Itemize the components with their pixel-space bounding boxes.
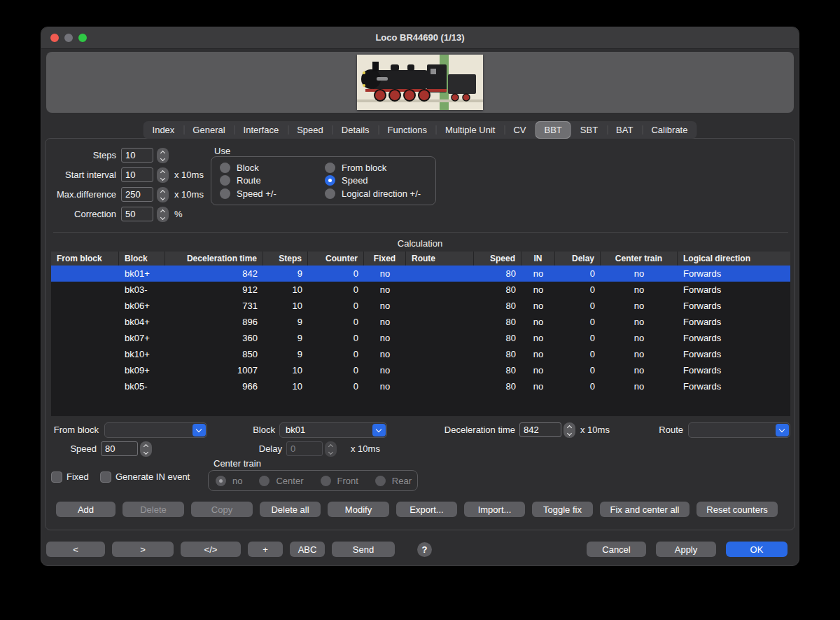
table-row[interactable]: bk05-966100no80no0noForwards	[51, 378, 790, 394]
add-loco-button[interactable]: +	[248, 542, 283, 557]
use-option-from-block[interactable]: From block	[325, 161, 430, 174]
use-option-speed[interactable]: Speed +/-	[220, 187, 325, 200]
cell: no	[522, 362, 555, 378]
delay-field[interactable]: 0	[286, 441, 323, 456]
radio-label: Logical direction +/-	[342, 188, 421, 199]
apply-button[interactable]: Apply	[656, 542, 716, 557]
cell: no	[601, 314, 678, 330]
chevron-down-icon[interactable]	[192, 424, 206, 436]
chevron-down-icon[interactable]	[372, 424, 386, 436]
cell: 80	[474, 298, 522, 314]
delete-button[interactable]: Delete	[122, 502, 184, 517]
tab-index[interactable]: Index	[144, 121, 184, 139]
tab-bat[interactable]: BAT	[607, 121, 642, 139]
column-header-from-block[interactable]: From block	[51, 252, 119, 266]
max-difference-stepper[interactable]	[157, 187, 169, 202]
fix-and-center-all-button[interactable]: Fix and center all	[600, 502, 690, 517]
next-loco-button[interactable]: >	[112, 542, 174, 557]
tab-interface[interactable]: Interface	[234, 121, 288, 139]
max-difference-field[interactable]: 250	[121, 187, 153, 202]
cell: Forwards	[678, 378, 790, 394]
block-dropdown[interactable]: bk01	[279, 422, 387, 438]
help-button[interactable]: ?	[417, 542, 432, 557]
correction-field[interactable]: 50	[121, 207, 153, 221]
speed-field[interactable]: 80	[101, 441, 138, 456]
tab-speed[interactable]: Speed	[288, 121, 332, 139]
tab-cv[interactable]: CV	[504, 121, 535, 139]
cancel-button[interactable]: Cancel	[587, 542, 646, 557]
tab-calibrate[interactable]: Calibrate	[642, 121, 696, 139]
toggle-fix-button[interactable]: Toggle fix	[532, 502, 593, 517]
table-row[interactable]: bk06+731100no80no0noForwards	[51, 298, 790, 314]
use-option-route[interactable]: Route	[220, 174, 325, 188]
cell	[51, 314, 119, 330]
column-header-steps[interactable]: Steps	[263, 252, 308, 266]
table-row[interactable]: bk07+36090no80no0noForwards	[51, 330, 790, 346]
correction-stepper[interactable]	[157, 207, 169, 222]
tab-multiple-unit[interactable]: Multiple Unit	[436, 121, 505, 139]
center-train-group-label: Center train	[214, 459, 261, 469]
abc-button[interactable]: ABC	[290, 542, 325, 557]
table-row[interactable]: bk01+84290no80no0noForwards	[51, 266, 790, 282]
cell: bk03-	[119, 282, 165, 298]
table-row[interactable]: bk10+85090no80no0noForwards	[51, 346, 790, 362]
cell: 0	[555, 314, 601, 330]
max-difference-label: Max.difference	[46, 187, 116, 202]
generate-in-event-checkbox[interactable]	[100, 471, 111, 483]
speed-label: Speed	[51, 441, 97, 457]
copy-button[interactable]: Copy	[191, 502, 253, 517]
column-header-center-train[interactable]: Center train	[601, 252, 678, 266]
tab-general[interactable]: General	[183, 121, 234, 139]
column-header-delay[interactable]: Delay	[555, 252, 601, 266]
steps-stepper[interactable]	[157, 148, 169, 163]
use-option-block[interactable]: Block	[220, 161, 325, 174]
radio-label: Rear	[392, 476, 412, 486]
fixed-checkbox[interactable]	[51, 471, 62, 483]
import-button[interactable]: Import...	[464, 502, 525, 517]
cell: Forwards	[678, 346, 790, 362]
prev-loco-button[interactable]: <	[46, 542, 105, 557]
column-header-logical-direction[interactable]: Logical direction	[678, 252, 790, 266]
start-interval-stepper[interactable]	[157, 167, 169, 183]
send-button[interactable]: Send	[332, 542, 395, 557]
column-header-fixed[interactable]: Fixed	[364, 252, 406, 266]
chevron-down-icon[interactable]	[776, 424, 789, 436]
cell: 966	[165, 378, 263, 394]
modify-button[interactable]: Modify	[328, 502, 389, 517]
add-button[interactable]: Add	[56, 502, 115, 517]
tab-sbt[interactable]: SBT	[571, 121, 607, 139]
deceleration-time-unit: x 10ms	[580, 422, 610, 438]
reset-counters-button[interactable]: Reset counters	[696, 502, 778, 517]
tab-functions[interactable]: Functions	[379, 121, 436, 139]
from-block-dropdown[interactable]	[104, 422, 207, 438]
steps-field[interactable]: 10	[121, 148, 153, 163]
radio-icon	[216, 476, 226, 486]
table-row[interactable]: bk03-912100no80no0noForwards	[51, 282, 790, 298]
deceleration-time-field[interactable]: 842	[519, 422, 561, 437]
title-bar[interactable]: Loco BR44690 (1/13)	[41, 27, 799, 49]
column-header-deceleration-time[interactable]: Deceleration time	[165, 252, 263, 266]
column-header-route[interactable]: Route	[406, 252, 474, 266]
tab-details[interactable]: Details	[332, 121, 379, 139]
use-option-speed[interactable]: Speed	[325, 174, 430, 188]
speed-stepper[interactable]	[140, 441, 152, 457]
delete-all-button[interactable]: Delete all	[260, 502, 321, 517]
tab-bbt[interactable]: BBT	[536, 121, 571, 139]
table-row[interactable]: bk09+1007100no80no0noForwards	[51, 362, 790, 378]
column-header-counter[interactable]: Counter	[308, 252, 364, 266]
cell	[51, 346, 119, 362]
route-dropdown[interactable]	[688, 422, 790, 438]
column-header-block[interactable]: Block	[119, 252, 165, 266]
use-option-logical-direction[interactable]: Logical direction +/-	[325, 187, 430, 200]
cell	[406, 362, 474, 378]
column-header-in[interactable]: IN	[522, 252, 555, 266]
export-button[interactable]: Export...	[396, 502, 457, 517]
table-row[interactable]: bk04+89690no80no0noForwards	[51, 314, 790, 330]
ok-button[interactable]: OK	[726, 542, 788, 557]
deceleration-time-stepper[interactable]	[564, 422, 575, 438]
column-header-speed[interactable]: Speed	[474, 252, 522, 266]
radio-icon	[321, 476, 331, 486]
code-button[interactable]: </>	[181, 542, 241, 557]
start-interval-field[interactable]: 10	[121, 167, 153, 182]
delay-stepper[interactable]	[325, 441, 337, 457]
